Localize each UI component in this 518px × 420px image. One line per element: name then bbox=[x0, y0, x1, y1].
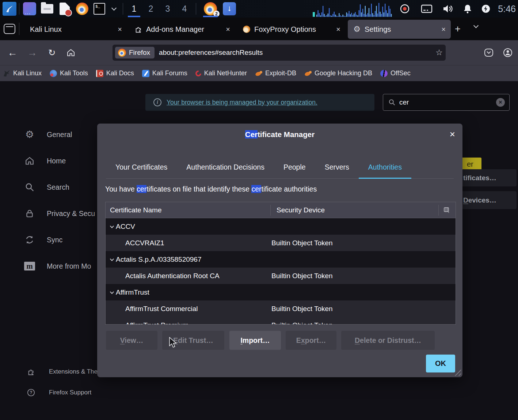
ok-button[interactable]: OK bbox=[426, 355, 455, 372]
bookmark-google-hacking-db[interactable]: Google Hacking DB bbox=[304, 69, 372, 77]
export-button[interactable]: Export… bbox=[286, 331, 336, 350]
sidebar-footer-firefox-support[interactable]: ?Firefox Support bbox=[0, 382, 102, 403]
browser-toolbar: ← → ↻ Firefox about:preferences#searchRe… bbox=[0, 40, 518, 65]
taskbar-downloads-window[interactable]: ⭣ bbox=[221, 0, 238, 18]
reload-button[interactable]: ↻ bbox=[44, 40, 60, 65]
certificate-row[interactable]: ACCVRAIZ1Builtin Object Token bbox=[106, 235, 456, 251]
dialog-tab-your-certificates[interactable]: Your Certificates bbox=[106, 156, 177, 179]
sidebar-item-more-from-mo[interactable]: mMore from Mo bbox=[0, 253, 102, 279]
notifications-bell-icon[interactable] bbox=[460, 0, 476, 18]
kali-menu-button[interactable] bbox=[1, 0, 18, 18]
settings-search-field[interactable]: × bbox=[383, 94, 510, 111]
divider bbox=[19, 23, 19, 35]
tab-close-icon[interactable]: × bbox=[435, 25, 446, 34]
certificate-row[interactable]: Actalis Authentication Root CABuiltin Ob… bbox=[106, 268, 456, 284]
bookmark-kali-docs[interactable]: Kali Docs bbox=[96, 69, 134, 77]
firefox-view-button[interactable] bbox=[4, 24, 15, 34]
url-bar[interactable]: Firefox about:preferences#searchResults … bbox=[113, 45, 446, 61]
text: tificates on file that identify these bbox=[146, 185, 251, 193]
launcher-file-manager[interactable] bbox=[39, 0, 56, 18]
group-row[interactable]: AffirmTrust bbox=[106, 284, 456, 300]
terminal-tray-icon[interactable] bbox=[419, 0, 435, 18]
back-button[interactable]: ← bbox=[4, 40, 20, 65]
volume-icon[interactable] bbox=[440, 0, 456, 18]
clear-search-icon[interactable]: × bbox=[496, 98, 505, 107]
security-devices-button-partial[interactable]: Devices… bbox=[459, 191, 517, 209]
tab-add-ons-manager[interactable]: Add-ons Manager× bbox=[129, 20, 235, 39]
firefox-icon bbox=[76, 3, 88, 15]
bookmark-star-icon[interactable]: ☆ bbox=[435, 45, 443, 61]
import-button[interactable]: Import… bbox=[229, 331, 281, 350]
power-manager-icon[interactable] bbox=[478, 0, 494, 18]
identity-chip[interactable]: Firefox bbox=[115, 47, 155, 58]
bookmark-kali-linux[interactable]: Kali Linux bbox=[3, 69, 42, 77]
launcher-dropdown[interactable] bbox=[108, 0, 120, 18]
tab-foxyproxy-options[interactable]: FoxyProxy Options× bbox=[237, 20, 346, 39]
group-row[interactable]: Actalis S.p.A./03358520967 bbox=[106, 251, 456, 268]
tab-label: Settings bbox=[365, 25, 391, 34]
launcher-terminal-purple[interactable] bbox=[21, 0, 38, 18]
sidebar-item-privacy-secu[interactable]: Privacy & Secu bbox=[0, 200, 102, 227]
tab-settings[interactable]: ⚙Settings× bbox=[348, 20, 451, 39]
view-certificates-button-partial[interactable]: tificates… bbox=[459, 169, 517, 186]
launcher-terminal[interactable]: $_ bbox=[91, 0, 107, 18]
account-icon[interactable] bbox=[500, 40, 516, 65]
dialog-tab-authorities[interactable]: Authorities bbox=[359, 156, 411, 179]
sidebar-item-search[interactable]: Search bbox=[0, 174, 102, 200]
sidebar-item-home[interactable]: Home bbox=[0, 148, 102, 174]
column-security-device[interactable]: Security Device bbox=[271, 205, 439, 216]
column-picker-icon[interactable] bbox=[439, 205, 456, 216]
bookmark-exploit-db[interactable]: Exploit-DB bbox=[255, 69, 296, 77]
clock[interactable]: 5:46 bbox=[498, 0, 516, 18]
taskbar-firefox-window[interactable]: 2 bbox=[200, 0, 221, 18]
twisty-icon[interactable] bbox=[110, 257, 114, 261]
bookmark-kali-forums[interactable]: Kali Forums bbox=[142, 69, 187, 77]
twisty-icon[interactable] bbox=[110, 290, 114, 294]
dialog-close-icon[interactable]: × bbox=[450, 129, 455, 140]
url-text[interactable]: about:preferences#searchResults bbox=[159, 49, 263, 57]
tab-close-icon[interactable]: × bbox=[220, 25, 230, 34]
workspace-1[interactable]: 1 bbox=[126, 0, 142, 18]
list-all-tabs-button[interactable] bbox=[474, 26, 478, 27]
certificate-row[interactable]: AffirmTrust CommercialBuiltin Object Tok… bbox=[106, 300, 456, 317]
managed-browser-link[interactable]: Your browser is being managed by your or… bbox=[167, 99, 317, 106]
kali-dragon-icon bbox=[3, 2, 16, 16]
certificate-name: AffirmTrust Premium bbox=[125, 321, 188, 325]
bookmark-label: Kali NetHunter bbox=[204, 69, 247, 77]
twisty-icon[interactable] bbox=[110, 224, 114, 228]
sidebar-footer-extensions-the[interactable]: Extensions & The bbox=[0, 361, 102, 382]
tab-kali-linux[interactable]: Kali Linux× bbox=[20, 20, 127, 39]
dialog-tab-people[interactable]: People bbox=[274, 156, 315, 179]
dialog-tab-servers[interactable]: Servers bbox=[315, 156, 359, 179]
tab-close-icon[interactable]: × bbox=[112, 25, 122, 34]
forward-button[interactable]: → bbox=[24, 40, 40, 65]
magnifier-icon bbox=[24, 182, 35, 192]
column-certificate-name[interactable]: Certificate Name bbox=[106, 205, 271, 216]
launcher-text-editor[interactable] bbox=[56, 0, 73, 18]
screen-record-icon[interactable] bbox=[397, 0, 413, 18]
search-highlight: cer bbox=[137, 185, 146, 193]
view-button[interactable]: View… bbox=[106, 331, 157, 350]
pocket-icon[interactable] bbox=[481, 40, 497, 65]
workspace-2[interactable]: 2 bbox=[142, 0, 159, 18]
workspace-4[interactable]: 4 bbox=[176, 0, 193, 18]
sidebar-item-label: Firefox Support bbox=[49, 389, 91, 396]
dialog-tab-authentication-decisions[interactable]: Authentication Decisions bbox=[177, 156, 274, 179]
tab-close-icon[interactable]: × bbox=[330, 25, 340, 34]
puzzle-icon bbox=[26, 368, 37, 376]
cell-certificate-name: AffirmTrust Premium bbox=[106, 321, 271, 325]
search-input[interactable] bbox=[399, 98, 492, 106]
sidebar-item-sync[interactable]: Sync bbox=[0, 227, 102, 253]
group-row[interactable]: ACCV bbox=[106, 218, 456, 235]
certificate-row[interactable]: AffirmTrust PremiumBuiltin Object Token bbox=[106, 317, 456, 325]
delete-or-distrust-button[interactable]: Delete or Distrust… bbox=[341, 331, 435, 350]
home-button[interactable] bbox=[63, 40, 79, 65]
certificate-name: ACCVRAIZ1 bbox=[125, 239, 164, 247]
workspace-3[interactable]: 3 bbox=[159, 0, 176, 18]
bookmark-kali-nethunter[interactable]: Kali NetHunter bbox=[195, 69, 247, 77]
bookmark-offsec[interactable]: OffSec bbox=[380, 69, 411, 77]
new-tab-button[interactable]: + bbox=[452, 23, 464, 35]
launcher-firefox[interactable] bbox=[74, 0, 91, 18]
sidebar-item-general[interactable]: ⚙General bbox=[0, 121, 102, 148]
bookmark-kali-tools[interactable]: Kali Tools bbox=[50, 69, 88, 77]
